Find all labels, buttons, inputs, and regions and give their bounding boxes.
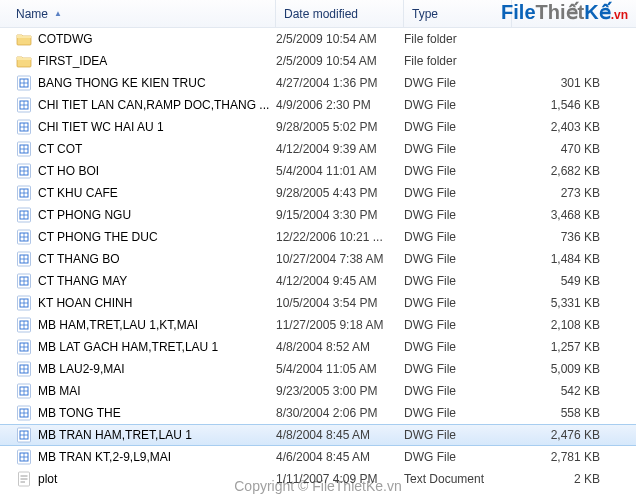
file-date: 5/4/2004 11:05 AM	[276, 362, 404, 376]
file-name: MB TRAN HAM,TRET,LAU 1	[38, 428, 192, 442]
file-type: DWG File	[404, 340, 512, 354]
file-row[interactable]: MB TRAN HAM,TRET,LAU 14/8/2004 8:45 AMDW…	[0, 424, 636, 446]
file-date: 1/11/2007 4:09 PM	[276, 472, 404, 486]
file-row[interactable]: MB LAU2-9,MAI5/4/2004 11:05 AMDWG File5,…	[0, 358, 636, 380]
dwg-icon	[16, 339, 32, 355]
file-row[interactable]: KT HOAN CHINH10/5/2004 3:54 PMDWG File5,…	[0, 292, 636, 314]
column-header-row: Name ▲ Date modified Type	[0, 0, 636, 28]
file-row[interactable]: CT PHONG NGU9/15/2004 3:30 PMDWG File3,4…	[0, 204, 636, 226]
file-name: CHI TIET LAN CAN,RAMP DOC,THANG ...	[38, 98, 269, 112]
file-row[interactable]: MB HAM,TRET,LAU 1,KT,MAI11/27/2005 9:18 …	[0, 314, 636, 336]
file-row[interactable]: CT THANG BO10/27/2004 7:38 AMDWG File1,4…	[0, 248, 636, 270]
folder-row[interactable]: FIRST_IDEA2/5/2009 10:54 AMFile folder	[0, 50, 636, 72]
file-type: DWG File	[404, 428, 512, 442]
folder-row[interactable]: COTDWG2/5/2009 10:54 AMFile folder	[0, 28, 636, 50]
file-date: 2/5/2009 10:54 AM	[276, 32, 404, 46]
file-row[interactable]: BANG THONG KE KIEN TRUC4/27/2004 1:36 PM…	[0, 72, 636, 94]
dwg-icon	[16, 185, 32, 201]
file-row[interactable]: plot1/11/2007 4:09 PMText Document2 KB	[0, 468, 636, 490]
file-row[interactable]: MB LAT GACH HAM,TRET,LAU 14/8/2004 8:52 …	[0, 336, 636, 358]
file-type: DWG File	[404, 208, 512, 222]
file-size: 1,484 KB	[512, 252, 636, 266]
file-row[interactable]: CHI TIET WC HAI AU 19/28/2005 5:02 PMDWG…	[0, 116, 636, 138]
file-type: DWG File	[404, 406, 512, 420]
file-name: COTDWG	[38, 32, 93, 46]
file-name: plot	[38, 472, 57, 486]
file-size: 2,476 KB	[512, 428, 636, 442]
dwg-icon	[16, 75, 32, 91]
file-name: FIRST_IDEA	[38, 54, 107, 68]
file-type: DWG File	[404, 384, 512, 398]
file-row[interactable]: CT HO BOI5/4/2004 11:01 AMDWG File2,682 …	[0, 160, 636, 182]
folder-icon	[16, 31, 32, 47]
file-size: 5,331 KB	[512, 296, 636, 310]
file-size: 2,682 KB	[512, 164, 636, 178]
column-label: Name	[16, 7, 48, 21]
file-name: MB MAI	[38, 384, 81, 398]
file-size: 3,468 KB	[512, 208, 636, 222]
column-header-name[interactable]: Name ▲	[0, 0, 276, 27]
dwg-icon	[16, 141, 32, 157]
column-header-type[interactable]: Type	[404, 0, 512, 27]
file-size: 301 KB	[512, 76, 636, 90]
file-row[interactable]: CT KHU CAFE9/28/2005 4:43 PMDWG File273 …	[0, 182, 636, 204]
file-date: 9/28/2005 4:43 PM	[276, 186, 404, 200]
file-date: 4/27/2004 1:36 PM	[276, 76, 404, 90]
dwg-icon	[16, 207, 32, 223]
file-row[interactable]: MB TONG THE8/30/2004 2:06 PMDWG File558 …	[0, 402, 636, 424]
column-header-date[interactable]: Date modified	[276, 0, 404, 27]
file-type: Text Document	[404, 472, 512, 486]
file-date: 10/27/2004 7:38 AM	[276, 252, 404, 266]
dwg-icon	[16, 229, 32, 245]
file-size: 549 KB	[512, 274, 636, 288]
file-row[interactable]: MB MAI9/23/2005 3:00 PMDWG File542 KB	[0, 380, 636, 402]
file-size: 5,009 KB	[512, 362, 636, 376]
file-name: CT THANG MAY	[38, 274, 127, 288]
column-label: Date modified	[284, 7, 358, 21]
txt-icon	[16, 471, 32, 487]
file-row[interactable]: MB TRAN KT,2-9,L9,MAI4/6/2004 8:45 AMDWG…	[0, 446, 636, 468]
file-size: 2,781 KB	[512, 450, 636, 464]
file-type: File folder	[404, 54, 512, 68]
file-name: MB LAU2-9,MAI	[38, 362, 125, 376]
file-type: DWG File	[404, 252, 512, 266]
file-name: MB LAT GACH HAM,TRET,LAU 1	[38, 340, 218, 354]
folder-icon	[16, 53, 32, 69]
file-date: 9/28/2005 5:02 PM	[276, 120, 404, 134]
file-size: 470 KB	[512, 142, 636, 156]
file-name: BANG THONG KE KIEN TRUC	[38, 76, 206, 90]
file-type: DWG File	[404, 164, 512, 178]
file-name: MB TRAN KT,2-9,L9,MAI	[38, 450, 171, 464]
file-date: 5/4/2004 11:01 AM	[276, 164, 404, 178]
dwg-icon	[16, 361, 32, 377]
file-date: 4/8/2004 8:52 AM	[276, 340, 404, 354]
file-name: CT THANG BO	[38, 252, 120, 266]
dwg-icon	[16, 97, 32, 113]
file-name: CT KHU CAFE	[38, 186, 118, 200]
dwg-icon	[16, 295, 32, 311]
file-list[interactable]: COTDWG2/5/2009 10:54 AMFile folder FIRST…	[0, 28, 636, 490]
file-name: CT COT	[38, 142, 82, 156]
file-date: 2/5/2009 10:54 AM	[276, 54, 404, 68]
file-type: DWG File	[404, 230, 512, 244]
file-row[interactable]: CT COT4/12/2004 9:39 AMDWG File470 KB	[0, 138, 636, 160]
file-date: 4/12/2004 9:39 AM	[276, 142, 404, 156]
dwg-icon	[16, 317, 32, 333]
file-type: DWG File	[404, 120, 512, 134]
file-date: 12/22/2006 10:21 ...	[276, 230, 404, 244]
dwg-icon	[16, 449, 32, 465]
file-type: File folder	[404, 32, 512, 46]
dwg-icon	[16, 163, 32, 179]
file-size: 736 KB	[512, 230, 636, 244]
column-label: Type	[412, 7, 438, 21]
file-row[interactable]: CHI TIET LAN CAN,RAMP DOC,THANG ...4/9/2…	[0, 94, 636, 116]
file-row[interactable]: CT THANG MAY4/12/2004 9:45 AMDWG File549…	[0, 270, 636, 292]
file-type: DWG File	[404, 142, 512, 156]
file-date: 9/15/2004 3:30 PM	[276, 208, 404, 222]
column-header-size[interactable]	[512, 0, 636, 27]
file-size: 542 KB	[512, 384, 636, 398]
file-row[interactable]: CT PHONG THE DUC12/22/2006 10:21 ...DWG …	[0, 226, 636, 248]
file-type: DWG File	[404, 296, 512, 310]
file-date: 9/23/2005 3:00 PM	[276, 384, 404, 398]
file-size: 1,257 KB	[512, 340, 636, 354]
